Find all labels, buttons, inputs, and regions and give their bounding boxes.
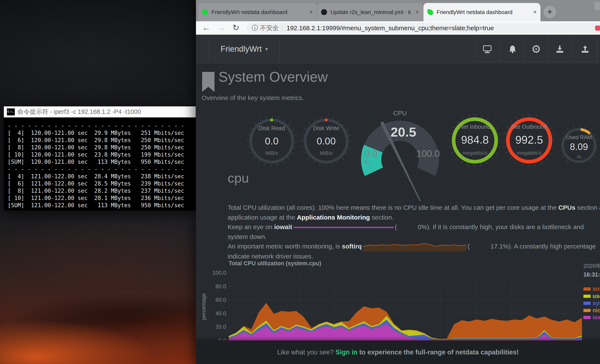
legend-swatch [583, 309, 591, 312]
download-icon [555, 44, 565, 54]
gauge-max: 100.0 [413, 148, 443, 159]
terminal-line: - - - - - - - - - - - - - - - - - - - - … [8, 122, 192, 129]
tab-2[interactable]: Update r2s_lean_minimal.yml · k× [317, 3, 423, 21]
legend-label: softirq [592, 286, 600, 292]
tab-close-icon[interactable]: × [415, 9, 419, 16]
gauge-label: Net Inbound [449, 124, 500, 130]
gauge-unit: megabits/s [449, 150, 500, 156]
description-line: An important metric worth monitoring, is… [228, 242, 600, 252]
alarms-button[interactable] [501, 36, 524, 62]
forward-button[interactable]: → [216, 22, 227, 33]
back-button[interactable]: ← [201, 22, 212, 33]
tab-strip: FriendlyWrt netdata dashboard×Update r2s… [196, 0, 600, 21]
help-button[interactable] [597, 36, 600, 62]
gauge-value: 0.00 [301, 135, 352, 147]
gauge-disk-write: Disk Write 0.00 MiB/s [301, 114, 352, 168]
desktop-background: C:\. 命令提示符 - iperf3 -c 192.168.1.2 -P4 -… [0, 0, 600, 364]
terminal-line: [SUM] 121.00-122.00 sec 113 MBytes 950 M… [8, 202, 192, 209]
tab-1[interactable]: FriendlyWrt netdata dashboard× [198, 3, 317, 21]
ytick-label: 100.0 [208, 270, 226, 276]
bell-icon [508, 44, 517, 54]
gauge-label: Net Outbound [504, 124, 555, 130]
legend-swatch [583, 295, 591, 298]
gauge-min: 0.0 [359, 148, 383, 159]
gauge-value: 992.5 [504, 133, 555, 146]
gauge-value: 20.5 [359, 124, 448, 140]
info-icon[interactable]: ⓘ [252, 24, 258, 32]
gauge-cpu: CPU 20.5 0.0 100.0 % [355, 109, 445, 171]
gauge-value: 984.8 [449, 133, 500, 146]
host-dropdown[interactable]: FriendlyWrt ▾ [209, 35, 280, 63]
monitor-icon [482, 45, 492, 54]
browser-toolbar: ← → ↻ ⓘ 不安全 192.168.2.1:19999/#menu_syst… [196, 21, 600, 35]
chart-legend: 2020年3 16:31:2 softirqusersystemniceiowa… [583, 262, 600, 278]
cpus-link[interactable]: CPUs [558, 204, 575, 211]
legend-item-nice[interactable]: nice [583, 307, 600, 314]
legend-item-iowait[interactable]: iowait [583, 314, 600, 321]
terminal-output: - - - - - - - - - - - - - - - - - - - - … [4, 117, 196, 211]
cpu-utilization-chart[interactable] [229, 273, 582, 340]
upload-icon [580, 44, 590, 54]
github-favicon-icon [321, 9, 327, 15]
terminal-line: [SUM] 120.00-121.00 sec 113 MBytes 950 M… [8, 158, 192, 166]
monitor-button[interactable] [476, 36, 499, 62]
page-title: System Overview [218, 69, 328, 85]
gauge-label: Disk Read [246, 125, 297, 132]
terminal-line: [ 4] 120.00-121.00 sec 29.9 MBytes 251 M… [8, 129, 192, 137]
chart-title: Total CPU utilization (system.cpu) [229, 260, 321, 267]
legend-swatch [583, 287, 591, 291]
sign-in-link[interactable]: Sign in [336, 348, 357, 356]
applications-monitoring-link[interactable]: Applications Monitoring [297, 214, 370, 221]
terminal-line: [ 10] 121.00-122.00 sec 28.1 MBytes 236 … [8, 195, 192, 202]
legend-item-user[interactable]: user [583, 293, 600, 299]
ytick-label: 40.0 [208, 310, 226, 317]
tab-close-icon[interactable]: × [309, 9, 313, 16]
ytick-label: 20.0 [208, 324, 226, 330]
legend-swatch [583, 302, 591, 305]
gauge-unit: % [560, 154, 598, 160]
terminal-titlebar[interactable]: C:\. 命令提示符 - iperf3 -c 192.168.1.2 -P4 -… [4, 106, 196, 117]
chevron-down-icon: ▾ [265, 46, 268, 52]
gauge-net-inbound: Net Inbound 984.8 megabits/s [449, 111, 500, 169]
reload-button[interactable]: ↻ [230, 22, 242, 33]
gauge-unit: % [364, 159, 370, 166]
gauge-unit: MiB/s [246, 150, 297, 156]
new-tab-button[interactable]: + [544, 6, 556, 18]
terminal-line: [ 6] 121.00-122.00 sec 28.5 MBytes 239 M… [8, 180, 192, 187]
tab-close-icon[interactable]: × [533, 9, 537, 16]
legend-label: nice [592, 307, 600, 314]
legend-item-softirq[interactable]: softirq [583, 286, 600, 292]
address-bar[interactable]: ⓘ 不安全 192.168.2.1:19999/#menu_system_sub… [247, 23, 600, 33]
gauge-used-ram: Used RAM 8.09 % [560, 120, 598, 163]
window-controls[interactable] [594, 2, 600, 10]
terminal-line: [ 10] 120.00-121.00 sec 23.8 MBytes 199 … [8, 151, 192, 158]
tab-label: Update r2s_lean_minimal.yml · k [330, 9, 412, 16]
settings-button[interactable]: ⚙ [525, 36, 548, 62]
terminal-line: [ 6] 120.00-121.00 sec 29.8 MBytes 250 M… [8, 137, 192, 144]
description-line: Total CPU utilization (all cores). 100% … [228, 203, 600, 213]
gauge-label: Disk Write [301, 125, 352, 132]
terminal-line: - - - - - - - - - - - - - - - - - - - - … [8, 166, 192, 173]
host-name: FriendlyWrt [221, 45, 262, 54]
url-text[interactable]: 192.168.2.1:19999/#menu_system_submenu_c… [287, 24, 494, 32]
legend-item-system[interactable]: system [583, 300, 600, 307]
signin-text: Like what you see? Sign in to experience… [277, 348, 519, 356]
legend-label: system [592, 300, 600, 307]
gauge-value: 0.0 [246, 135, 297, 147]
gauge-label: Used RAM [560, 134, 598, 140]
browser-window: FriendlyWrt netdata dashboard×Update r2s… [196, 0, 600, 364]
softirq-sparkline [363, 242, 466, 252]
terminal-line: [ 8] 121.00-122.00 sec 28.2 MBytes 237 M… [8, 187, 192, 195]
ytick-label: 80.0 [208, 283, 226, 290]
export-button[interactable] [573, 36, 597, 62]
tab-3[interactable]: FriendlyWrt netdata dashboard× [423, 3, 540, 21]
netdata-navbar: FriendlyWrt ▾ ⚙ [196, 35, 600, 64]
import-button[interactable] [548, 36, 572, 62]
omnibox-separator [282, 25, 283, 31]
cmd-icon: C:\. [7, 108, 15, 115]
extension-icon[interactable] [595, 26, 600, 31]
gauge-net-outbound: Net Outbound 992.5 megabits/s [504, 111, 555, 169]
description-line: indicate network driver issues. [228, 252, 600, 261]
security-label[interactable]: 不安全 [260, 24, 279, 32]
cpu-description: Total CPU utilization (all cores). 100% … [228, 203, 600, 261]
